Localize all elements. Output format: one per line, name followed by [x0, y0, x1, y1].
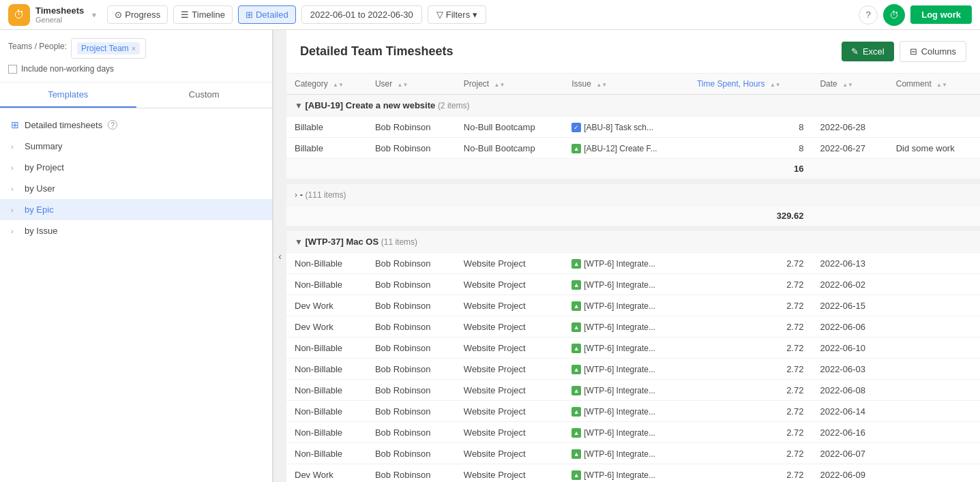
issue-type-icon: ✓	[571, 123, 581, 132]
excel-icon: ✎	[851, 46, 859, 57]
group-abu19-label: [ABU-19] Create a new website	[306, 100, 436, 110]
timeline-icon: ☰	[181, 10, 189, 20]
cell-issue: ✓ [ABU-8] Task sch...	[563, 117, 689, 138]
log-work-button[interactable]: Log work	[910, 5, 972, 24]
cell-comment	[888, 316, 980, 337]
excel-button[interactable]: ✎ Excel	[842, 42, 894, 61]
issue-type-icon: ▲	[571, 301, 581, 311]
filters-label: Filters	[446, 10, 470, 20]
th-project[interactable]: Project ▲▼	[456, 74, 563, 95]
filters-button[interactable]: ▽ Filters ▾	[428, 5, 486, 24]
issue-type-icon: ▲	[571, 428, 581, 438]
subtotal-time: 16	[689, 159, 812, 179]
cell-category: Non-Billable	[286, 253, 367, 274]
summary-label: Summary	[25, 141, 63, 151]
app-title: Timesheets General	[35, 5, 84, 25]
cell-date: 2022-06-13	[812, 253, 887, 274]
sidebar-item-detailed-timesheets[interactable]: ⊞ Detailed timesheets ?	[0, 114, 272, 136]
cell-comment	[888, 422, 980, 443]
detailed-tab[interactable]: ⊞ Detailed	[238, 5, 296, 24]
issue-type-icon: ▲	[571, 280, 581, 290]
teams-input[interactable]: Project Team ×	[71, 38, 146, 59]
th-date[interactable]: Date ▲▼	[812, 74, 887, 95]
tag-remove-icon[interactable]: ×	[132, 44, 136, 52]
by-epic-label: by Epic	[25, 205, 54, 215]
nav-section: ⊞ Detailed timesheets ? › Summary › by P…	[0, 108, 272, 247]
group-wtp37-label: [WTP-37] Mac OS	[306, 237, 379, 247]
cell-time: 2.72	[689, 274, 812, 295]
log-work-label: Log work	[921, 10, 961, 20]
cell-user: Bob Robinson	[367, 274, 456, 295]
filter-icon: ▽	[436, 10, 443, 20]
group-wtp37-count: (11 items)	[381, 237, 417, 247]
tab-custom[interactable]: Custom	[136, 82, 273, 108]
breadcrumb-arrow[interactable]: ▾	[92, 10, 96, 20]
help-circle-icon[interactable]: ?	[108, 120, 117, 130]
date-range-button[interactable]: 2022-06-01 to 2022-06-30	[301, 5, 422, 24]
th-user[interactable]: User ▲▼	[367, 74, 456, 95]
cell-category: Non-Billable	[286, 337, 367, 359]
issue-text: [ABU-12] Create F...	[584, 144, 657, 153]
table-row: Non-Billable Bob Robinson Website Projec…	[286, 253, 980, 274]
non-working-label: Include non-working days	[21, 64, 114, 74]
sidebar-item-by-epic[interactable]: › by Epic	[0, 199, 272, 220]
subtotal-time-dash: 329.62	[689, 206, 812, 226]
tab-templates[interactable]: Templates	[0, 82, 136, 108]
cell-date: 2022-06-08	[812, 380, 887, 401]
chevron-right-icon: ›	[11, 142, 19, 151]
group-dash-label: -	[300, 190, 303, 200]
cell-category: Dev Work	[286, 295, 367, 316]
cell-date: 2022-06-06	[812, 316, 887, 337]
cell-user: Bob Robinson	[367, 253, 456, 274]
by-issue-label: by Issue	[25, 226, 57, 236]
project-team-tag[interactable]: Project Team ×	[77, 42, 140, 55]
cell-time: 2.72	[689, 380, 812, 401]
group-row-wtp37: ▼ [WTP-37] Mac OS (11 items)	[286, 231, 980, 253]
columns-button[interactable]: ⊟ Columns	[900, 41, 966, 62]
sidebar-toggle-button[interactable]: ‹	[273, 30, 286, 482]
cell-date: 2022-06-15	[812, 295, 887, 316]
group-dash-count: (111 items)	[306, 190, 346, 200]
table-row: Non-Billable Bob Robinson Website Projec…	[286, 422, 980, 443]
cell-issue: ▲[WTP-6] Integrate...	[563, 401, 689, 422]
cell-user: Bob Robinson	[367, 380, 456, 401]
cell-issue: ▲ [ABU-12] Create F...	[563, 138, 689, 159]
table-container: Category ▲▼ User ▲▼ Project ▲▼ Issue ▲▼ …	[286, 74, 980, 482]
sidebar-item-by-issue[interactable]: › by Issue	[0, 220, 272, 241]
cell-comment	[888, 380, 980, 401]
separator-row	[286, 179, 980, 184]
sidebar-item-summary[interactable]: › Summary	[0, 136, 272, 157]
non-working-checkbox[interactable]	[8, 65, 17, 74]
cell-date: 2022-06-10	[812, 337, 887, 359]
th-time-spent[interactable]: Time Spent, Hours ▲▼	[689, 74, 812, 95]
collapse-dash-button[interactable]: ›	[295, 190, 297, 200]
table-row: Dev Work Bob Robinson Website Project ▲[…	[286, 464, 980, 483]
tag-label: Project Team	[81, 44, 129, 53]
issue-type-icon: ▲	[571, 259, 581, 269]
th-category[interactable]: Category ▲▼	[286, 74, 367, 95]
timeline-tab[interactable]: ☰ Timeline	[173, 5, 233, 24]
cell-user: Bob Robinson	[367, 422, 456, 443]
cell-category: Dev Work	[286, 464, 367, 483]
cell-category: Billable	[286, 138, 367, 159]
cell-time: 2.72	[689, 253, 812, 274]
collapse-wtp37-button[interactable]: ▼	[295, 237, 303, 247]
th-comment[interactable]: Comment ▲▼	[888, 74, 980, 95]
th-issue[interactable]: Issue ▲▼	[563, 74, 689, 95]
subtotal-row-dash: 329.62	[286, 206, 980, 226]
progress-tab[interactable]: ⊙ Progress	[107, 5, 168, 24]
cell-date: 2022-06-14	[812, 401, 887, 422]
cell-date: 2022-06-07	[812, 443, 887, 464]
cell-user: Bob Robinson	[367, 295, 456, 316]
chevron-right-icon-5: ›	[11, 227, 19, 235]
sidebar-item-by-user[interactable]: › by User	[0, 178, 272, 199]
cell-issue: ▲[WTP-6] Integrate...	[563, 274, 689, 295]
issue-type-icon: ▲	[571, 470, 581, 480]
cell-comment	[888, 117, 980, 138]
timer-button[interactable]: ⏱	[883, 4, 905, 26]
cell-project: Website Project	[456, 401, 563, 422]
app-icon: ⏱	[8, 4, 30, 26]
help-button[interactable]: ?	[859, 5, 878, 25]
sidebar-item-by-project[interactable]: › by Project	[0, 157, 272, 178]
collapse-abu19-button[interactable]: ▼	[295, 101, 303, 110]
